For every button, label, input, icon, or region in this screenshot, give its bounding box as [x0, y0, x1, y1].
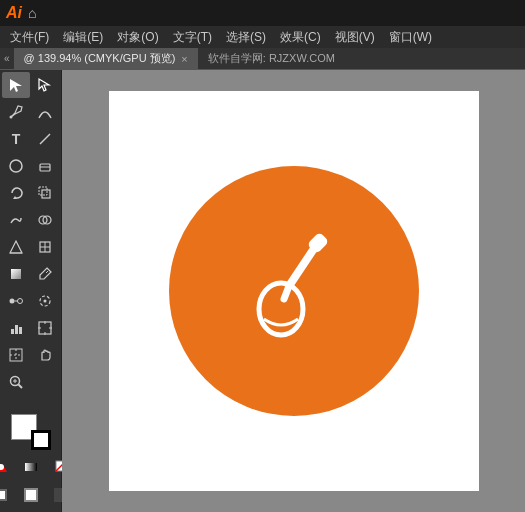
full-screen-icon[interactable]: [17, 482, 45, 508]
svg-rect-41: [25, 463, 37, 471]
toolbar-tools: T: [0, 70, 61, 410]
normal-mode-icon[interactable]: [0, 482, 15, 508]
artboard: [109, 91, 479, 491]
artboard-tool[interactable]: [31, 315, 59, 341]
line-segment-tool[interactable]: [31, 126, 59, 152]
tab-bar: « @ 139.94% (CMYK/GPU 预览) × 软件自学网: RJZXW…: [0, 48, 525, 70]
menu-type[interactable]: 文字(T): [167, 27, 218, 48]
home-icon[interactable]: ⌂: [28, 5, 36, 21]
direct-selection-tool[interactable]: [31, 72, 59, 98]
hand-tool[interactable]: [31, 342, 59, 368]
rotate-tool[interactable]: [2, 180, 30, 206]
svg-rect-8: [42, 190, 50, 198]
ai-logo: Ai: [6, 4, 22, 22]
type-tool[interactable]: T: [2, 126, 30, 152]
mesh-tool[interactable]: [31, 234, 59, 260]
ellipse-tool[interactable]: [2, 153, 30, 179]
zoom-tool[interactable]: [2, 369, 30, 395]
canvas-area[interactable]: [62, 70, 525, 512]
empty-tool: [31, 369, 59, 395]
toolbar: T: [0, 70, 62, 512]
blend-tool[interactable]: [2, 288, 30, 314]
tab-expand-button[interactable]: «: [0, 53, 14, 64]
gradient-icon[interactable]: [17, 453, 45, 479]
svg-line-3: [40, 134, 50, 144]
tab-label: @ 139.94% (CMYK/GPU 预览): [24, 51, 176, 66]
svg-point-19: [10, 299, 15, 304]
main-area: T: [0, 70, 525, 512]
svg-point-2: [10, 116, 13, 119]
icon-circle: [169, 166, 419, 416]
color-swatch[interactable]: [11, 414, 51, 450]
symbol-sprayer-tool[interactable]: [31, 288, 59, 314]
menu-select[interactable]: 选择(S): [220, 27, 272, 48]
color-icon[interactable]: [0, 453, 15, 479]
curvature-tool[interactable]: [31, 99, 59, 125]
toolbar-bottom: [0, 410, 61, 512]
slice-tool[interactable]: [2, 342, 30, 368]
pen-tool[interactable]: [2, 99, 30, 125]
svg-marker-0: [10, 79, 22, 92]
tab-close-button[interactable]: ×: [181, 53, 187, 65]
broom-icon: [214, 211, 374, 371]
svg-point-23: [44, 300, 47, 303]
warp-tool[interactable]: [2, 207, 30, 233]
menu-window[interactable]: 窗口(W): [383, 27, 438, 48]
svg-point-4: [10, 160, 22, 172]
active-tab[interactable]: @ 139.94% (CMYK/GPU 预览) ×: [14, 48, 198, 69]
svg-point-20: [18, 299, 23, 304]
tab-info: 软件自学网: RJZXW.COM: [198, 49, 345, 68]
svg-point-51: [259, 283, 303, 335]
svg-rect-9: [39, 187, 47, 195]
stroke-color[interactable]: [31, 430, 51, 450]
svg-rect-24: [11, 329, 14, 334]
scale-tool[interactable]: [31, 180, 59, 206]
svg-line-52: [284, 286, 289, 299]
eraser-tool[interactable]: [31, 153, 59, 179]
svg-marker-1: [39, 79, 49, 91]
menu-effect[interactable]: 效果(C): [274, 27, 327, 48]
svg-line-36: [19, 385, 23, 389]
shape-builder-tool[interactable]: [31, 207, 59, 233]
eyedropper-tool[interactable]: [31, 261, 59, 287]
svg-rect-26: [19, 327, 22, 334]
svg-line-18: [46, 271, 48, 273]
perspective-grid-tool[interactable]: [2, 234, 30, 260]
selection-tool[interactable]: [2, 72, 30, 98]
gradient-tool[interactable]: [2, 261, 30, 287]
svg-rect-17: [11, 269, 21, 279]
bar-graph-tool[interactable]: [2, 315, 30, 341]
svg-marker-12: [10, 241, 22, 253]
menu-object[interactable]: 对象(O): [111, 27, 164, 48]
menu-edit[interactable]: 编辑(E): [57, 27, 109, 48]
svg-rect-45: [0, 491, 5, 499]
svg-rect-47: [26, 490, 36, 500]
svg-rect-25: [15, 325, 18, 334]
menu-bar: 文件(F) 编辑(E) 对象(O) 文字(T) 选择(S) 效果(C) 视图(V…: [0, 26, 525, 48]
title-bar: Ai ⌂: [0, 0, 525, 26]
menu-file[interactable]: 文件(F): [4, 27, 55, 48]
menu-view[interactable]: 视图(V): [329, 27, 381, 48]
